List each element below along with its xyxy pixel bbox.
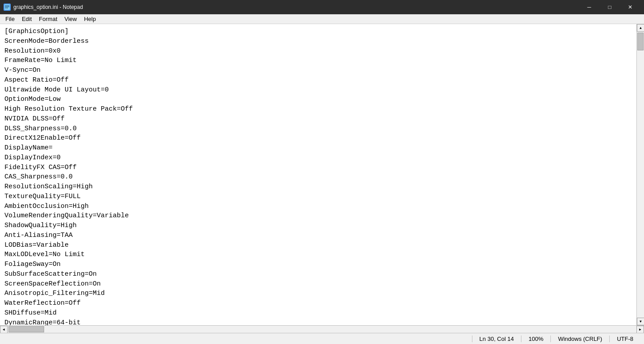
text-line: ScreenMode=Borderless (4, 37, 635, 46)
scroll-thumb-horizontal[interactable] (8, 326, 44, 332)
text-line: DisplayName= (4, 143, 635, 153)
text-content: [GraphicsOption]ScreenMode=BorderlessRes… (4, 26, 635, 325)
text-line: TextureQuality=FULL (4, 192, 635, 202)
scroll-down-button[interactable]: ▼ (637, 318, 644, 325)
status-bar: Ln 30, Col 14 100% Windows (CRLF) UTF-8 (0, 333, 644, 344)
line-ending: Windows (CRLF) (550, 336, 609, 342)
text-line: Anisotropic_Filtering=Mid (4, 289, 635, 298)
menu-bar: File Edit Format View Help (0, 14, 644, 24)
horizontal-scrollbar[interactable]: ◄ ► (0, 325, 644, 333)
text-line: DLSS_Sharpness=0.0 (4, 124, 635, 134)
zoom-level: 100% (521, 336, 550, 342)
text-line: ScreenSpaceReflection=On (4, 279, 635, 289)
text-line: FoliageSway=On (4, 260, 635, 269)
scroll-up-button[interactable]: ▲ (637, 24, 644, 32)
text-line: DynamicRange=64-bit (4, 318, 635, 326)
maximize-button[interactable]: □ (599, 0, 620, 14)
scroll-left-button[interactable]: ◄ (0, 326, 8, 333)
text-line: DirectX12Enable=Off (4, 133, 635, 143)
text-line: FidelityFX CAS=Off (4, 163, 635, 173)
window-controls: ─ □ ✕ (579, 0, 640, 14)
encoding: UTF-8 (609, 336, 640, 342)
svg-rect-1 (5, 5, 9, 6)
app-icon (4, 4, 11, 11)
text-line: Aspect Ratio=Off (4, 75, 635, 85)
text-line: VolumeRenderingQuality=Variable (4, 211, 635, 221)
menu-edit[interactable]: Edit (18, 14, 35, 24)
text-line: SubSurfaceScattering=On (4, 269, 635, 279)
menu-view[interactable]: View (61, 14, 81, 24)
text-line: AmbientOcclusion=High (4, 202, 635, 211)
menu-format[interactable]: Format (35, 14, 61, 24)
text-line: SHDiffuse=Mid (4, 308, 635, 318)
text-line: CAS_Sharpness=0.0 (4, 172, 635, 182)
text-line: Resolution=0x0 (4, 46, 635, 56)
menu-file[interactable]: File (2, 14, 18, 24)
minimize-button[interactable]: ─ (579, 0, 599, 14)
text-line: DisplayIndex=0 (4, 153, 635, 163)
close-button[interactable]: ✕ (620, 0, 640, 14)
text-line: FrameRate=No Limit (4, 56, 635, 66)
text-line: NVIDIA DLSS=Off (4, 114, 635, 124)
text-line: MaxLODLevel=No Limit (4, 250, 635, 260)
window-title: graphics_option.ini - Notepad (13, 4, 83, 10)
scroll-thumb-vertical[interactable] (637, 33, 644, 50)
cursor-position: Ln 30, Col 14 (472, 336, 521, 342)
text-area[interactable]: [GraphicsOption]ScreenMode=BorderlessRes… (0, 24, 636, 325)
scroll-track-vertical[interactable] (637, 32, 644, 318)
text-line: ShadowQuality=High (4, 221, 635, 231)
text-line: Anti-Aliasing=TAA (4, 231, 635, 240)
vertical-scrollbar[interactable]: ▲ ▼ (636, 24, 644, 325)
title-bar-left: graphics_option.ini - Notepad (4, 4, 83, 11)
text-line: High Resolution Texture Pack=Off (4, 104, 635, 114)
title-bar: graphics_option.ini - Notepad ─ □ ✕ (0, 0, 644, 14)
scroll-right-button[interactable]: ► (636, 326, 644, 333)
text-line: LODBias=Variable (4, 240, 635, 250)
notepad-window: graphics_option.ini - Notepad ─ □ ✕ File… (0, 0, 644, 344)
svg-rect-3 (5, 8, 8, 8)
text-line: WaterReflection=Off (4, 298, 635, 308)
text-line: Ultrawide Mode UI Layout=0 (4, 85, 635, 95)
text-line: ResolutionScaling=High (4, 182, 635, 192)
editor-area: [GraphicsOption]ScreenMode=BorderlessRes… (0, 24, 644, 325)
scroll-track-horizontal[interactable] (8, 326, 636, 333)
svg-rect-2 (5, 7, 9, 8)
text-line: V-Sync=On (4, 66, 635, 75)
menu-help[interactable]: Help (80, 14, 99, 24)
bottom-area: ◄ ► Ln 30, Col 14 100% Windows (CRLF) UT… (0, 325, 644, 344)
text-line: [GraphicsOption] (4, 27, 635, 37)
text-line: OptionMode=Low (4, 95, 635, 104)
